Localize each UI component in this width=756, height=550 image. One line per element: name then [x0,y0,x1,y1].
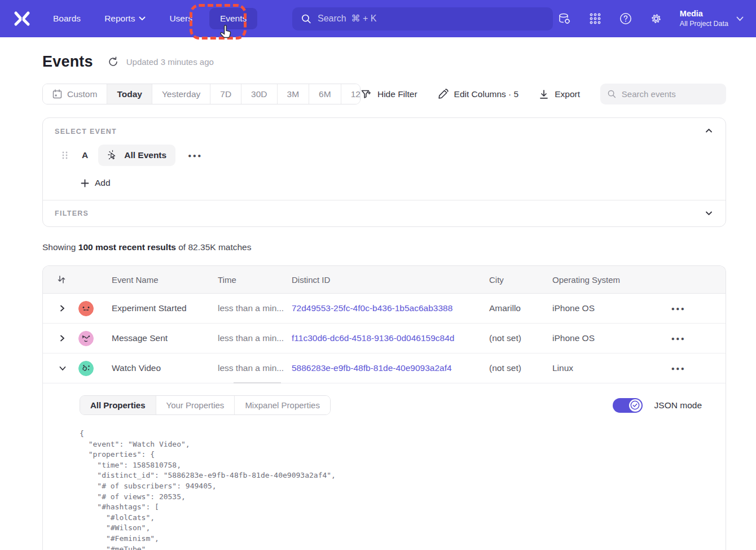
row-collapse-button[interactable] [43,365,77,372]
drag-handle-icon[interactable] [61,151,68,159]
summary-count: 100 most recent results [78,242,176,252]
col-header-city[interactable]: City [489,275,552,285]
search-icon [301,14,311,24]
export-label: Export [555,89,580,99]
cell-event-name[interactable]: Message Sent [112,333,218,343]
chevron-right-icon [59,305,65,312]
toggle-knob [629,399,641,412]
nav-item-events[interactable]: Events [209,8,257,29]
nav-item-users[interactable]: Users [169,14,192,24]
tab-label: All Properties [90,400,146,410]
event-selector-button[interactable]: All Events [98,145,175,166]
expand-section-icon[interactable] [705,209,713,217]
collapse-section-icon[interactable] [705,126,713,135]
table-row: Experiment Started less than a min... 72… [43,294,726,324]
top-navbar: Boards Reports Users Events [0,0,756,37]
page-title: Events [42,53,93,71]
date-range-today[interactable]: Today [107,84,152,104]
filter-funnel-icon [361,89,372,100]
date-range-6m[interactable]: 6M [309,84,341,104]
event-query-row: A All Events ●●● [55,145,714,166]
tab-mixpanel-properties[interactable]: Mixpanel Properties [235,396,330,414]
col-header-distinct-id[interactable]: Distinct ID [292,275,489,285]
date-range-label: 6M [319,89,331,99]
help-icon[interactable] [619,12,632,25]
date-range-label: 3M [287,89,300,99]
date-range-30d[interactable]: 30D [241,84,277,104]
date-range-yesterday[interactable]: Yesterday [152,84,210,104]
project-name: Media [680,8,728,19]
check-icon [630,400,640,410]
cell-distinct-id-link[interactable]: f11c30d6-dc6d-4518-9136-0d046159c84d [292,333,489,343]
col-header-time[interactable]: Time [218,275,292,285]
col-header-os[interactable]: Operating System [552,275,631,285]
date-range-3m[interactable]: 3M [278,84,310,104]
row-expand-button[interactable] [43,305,77,312]
global-search-input[interactable] [318,14,544,24]
settings-gear-icon[interactable] [649,12,663,25]
filters-label: FILTERS [55,209,714,217]
mixpanel-logo[interactable] [12,10,32,27]
row-expand-button[interactable] [43,335,77,342]
apps-grid-icon[interactable] [588,12,602,25]
nav-label: Boards [53,14,81,24]
date-range-custom[interactable]: Custom [43,84,107,104]
date-range-label: 7D [220,89,231,99]
global-search[interactable] [292,7,553,30]
search-icon [608,89,616,99]
row-more-button[interactable]: ●●● [668,363,689,374]
data-management-icon[interactable] [558,12,572,25]
row-more-button[interactable]: ●●● [668,333,689,344]
query-builder-card: SELECT EVENT A [42,117,726,227]
download-icon [539,89,549,99]
cell-event-name[interactable]: Watch Video [112,363,218,373]
edit-columns-button[interactable]: Edit Columns · 5 [438,89,519,99]
tab-label: Your Properties [166,400,225,410]
cell-time: less than a min... [218,363,292,373]
project-switcher[interactable]: Media All Project Data [680,8,744,29]
sort-icon[interactable] [57,275,66,284]
event-avatar-icon [78,361,94,376]
tab-all-properties[interactable]: All Properties [80,396,156,414]
column-resize-indicator[interactable] [234,382,281,383]
cell-os: Linux [552,363,631,373]
json-mode-toggle[interactable] [613,398,643,413]
json-mode-label: JSON mode [654,400,702,411]
event-json-view[interactable]: { "event": "Watch Video", "properties": … [80,429,714,550]
event-avatar-icon [78,301,94,316]
tab-your-properties[interactable]: Your Properties [156,396,235,414]
cell-distinct-id-link[interactable]: 5886283e-e9fb-48fb-81de-40e9093a2af4 [292,363,489,373]
cell-os: iPhone OS [552,303,631,313]
search-events-box[interactable] [600,84,726,104]
refresh-icon[interactable] [108,56,118,67]
date-range-12m[interactable]: 12M [341,84,361,104]
table-header-row: Event Name Time Distinct ID City Operati… [43,266,726,294]
event-avatar-icon [78,331,94,346]
nav-item-boards[interactable]: Boards [53,14,81,24]
last-updated-text: Updated 3 minutes ago [126,57,214,67]
nav-label: Reports [104,14,135,24]
properties-tabs: All Properties Your Properties Mixpanel … [80,395,331,415]
tab-label: Mixpanel Properties [245,400,320,410]
pencil-icon [438,89,449,99]
hide-filter-button[interactable]: Hide Filter [361,89,417,100]
row-more-button[interactable]: ●●● [668,303,689,314]
nav-label: Events [220,14,247,24]
export-button[interactable]: Export [539,89,580,99]
cell-event-name[interactable]: Experiment Started [112,303,218,313]
event-row-letter: A [82,150,88,160]
edit-columns-label: Edit Columns · 5 [454,89,519,99]
date-range-picker: Custom Today Yesterday 7D 30D 3M 6M 12M [42,84,361,104]
add-event-button[interactable]: Add [81,178,111,188]
filters-section: FILTERS [43,200,726,226]
date-range-label: 30D [251,89,267,99]
project-subtitle: All Project Data [680,19,728,29]
event-row-more-button[interactable]: ●●● [184,150,206,161]
search-events-input[interactable] [622,89,719,99]
nav-item-reports[interactable]: Reports [104,14,146,24]
col-header-event-name[interactable]: Event Name [112,275,218,285]
date-range-7d[interactable]: 7D [210,84,241,104]
cell-distinct-id-link[interactable]: 72d49553-25fc-4f0c-b436-1b5ac6ab3388 [292,303,489,313]
events-table: Event Name Time Distinct ID City Operati… [42,265,726,550]
chevron-down-icon [736,16,744,21]
